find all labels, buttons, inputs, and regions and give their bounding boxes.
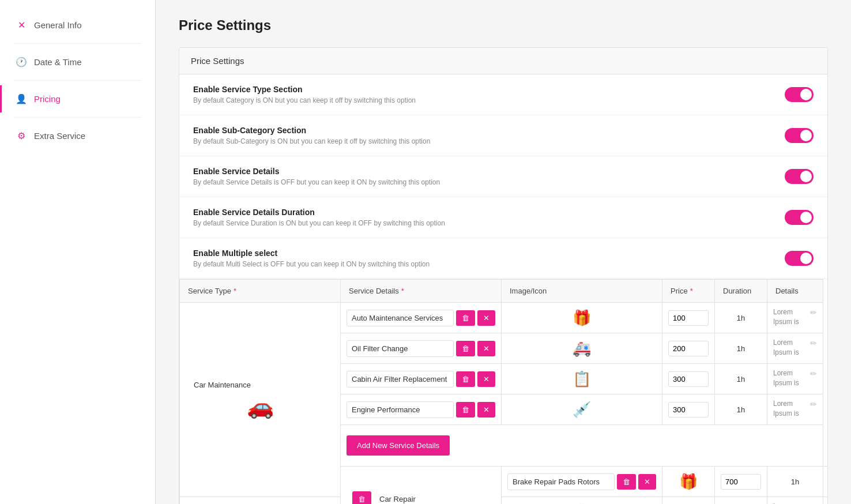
service-detail-oil-filter: 🗑 ✕	[341, 333, 502, 364]
cancel-brake-repair[interactable]: ✕	[638, 474, 656, 490]
edit-icon-air-conditioning[interactable]: ✏	[810, 502, 817, 504]
service-table-section: Service Type* Service Details* Image/Ico…	[179, 279, 827, 504]
toggle-row-service-details: Enable Service Details By default Servic…	[179, 156, 827, 197]
toggle-duration-desc: By default Service Duration is ON but yo…	[193, 219, 445, 227]
add-service-car-maintenance[interactable]: Add New Service Details	[347, 435, 450, 456]
icon-auto-maintenance: 🎁	[502, 303, 662, 333]
delete-engine-performance[interactable]: 🗑	[456, 402, 475, 418]
price-input-cabin-air[interactable]	[668, 371, 709, 387]
price-brake-repair	[715, 467, 767, 497]
toggle-sub-category-switch[interactable]	[785, 128, 814, 143]
toggle-service-details-label: Enable Service Details	[193, 167, 440, 176]
toggle-row-sub-category: Enable Sub-Category Section By default S…	[179, 115, 827, 156]
price-input-engine-performance[interactable]	[668, 402, 709, 418]
service-type-name: Car Maintenance	[194, 381, 326, 389]
col-service-type: Service Type*	[180, 280, 341, 303]
toggle-sub-category-desc: By default Sub-Category is ON but you ca…	[193, 137, 430, 145]
card-header: Price Settings	[179, 48, 827, 74]
delete-cabin-air[interactable]: 🗑	[456, 371, 475, 387]
edit-icon-engine-performance[interactable]: ✏	[810, 399, 817, 411]
service-detail-air-conditioning: 🗑 ✕	[180, 497, 341, 505]
table-row: Car Maintenance 🚗 🗑 ✕ 🎁	[180, 303, 829, 333]
delete-car-repair-group[interactable]: 🗑	[352, 491, 371, 505]
delete-oil-filter[interactable]: 🗑	[456, 341, 475, 356]
price-settings-card: Price Settings Enable Service Type Secti…	[179, 47, 828, 504]
cancel-cabin-air[interactable]: ✕	[477, 371, 495, 387]
sidebar-item-extra-service[interactable]: ⚙ Extra Service	[0, 122, 155, 149]
details-auto-maintenance: Lorem Ipsum is simply dummy text of the …	[767, 303, 823, 333]
toggle-duration-switch[interactable]	[785, 210, 814, 225]
edit-icon-cabin-air[interactable]: ✏	[810, 368, 817, 380]
edit-icon-oil-filter[interactable]: ✏	[810, 338, 817, 349]
price-input-oil-filter[interactable]	[668, 341, 709, 356]
detail-input-engine-performance[interactable]	[347, 401, 454, 418]
toggle-service-details-desc: By default Service Details is OFF but yo…	[193, 178, 440, 186]
icon-cabin-air: 📋	[502, 364, 662, 394]
price-input-brake-repair[interactable]	[721, 474, 761, 490]
toggle-service-details-switch[interactable]	[785, 169, 814, 184]
duration-air-conditioning: 1h	[715, 497, 767, 505]
service-detail-cabin-air: 🗑 ✕	[341, 364, 502, 394]
details-engine-performance: Lorem Ipsum is simply dummy text of the …	[767, 394, 823, 425]
col-details: Details	[767, 280, 823, 303]
cancel-engine-performance[interactable]: ✕	[477, 402, 495, 418]
sidebar-label-general-info: General Info	[34, 20, 82, 30]
service-type-car-maintenance: Car Maintenance 🚗	[180, 303, 341, 497]
price-engine-performance	[662, 394, 715, 425]
toggle-multiple-label: Enable Multiple select	[193, 249, 430, 258]
duration-cabin-air: 1h	[715, 364, 767, 394]
icon-air-conditioning: 👤	[502, 497, 662, 505]
service-detail-engine-performance: 🗑 ✕	[341, 394, 502, 425]
detail-input-cabin-air[interactable]	[347, 371, 454, 388]
details-oil-filter: Lorem Ipsum is simply dummy text of the …	[767, 333, 823, 364]
toggle-service-type-desc: By default Category is ON but you can ke…	[193, 96, 416, 104]
details-brake-repair: Lorem Ipsum is simply dummy text of the …	[823, 467, 828, 497]
details-air-conditioning: Lorem Ipsum is simply dummy text of the …	[767, 497, 823, 505]
extra-service-icon: ⚙	[16, 130, 27, 141]
toggle-multiple-switch[interactable]	[785, 251, 814, 266]
price-oil-filter	[662, 333, 715, 364]
service-detail-brake-repair: 🗑 ✕	[502, 467, 662, 497]
sidebar-label-extra-service: Extra Service	[34, 131, 85, 141]
toggle-service-type-switch[interactable]	[785, 87, 814, 102]
price-cabin-air	[662, 364, 715, 394]
toggle-sub-category-label: Enable Sub-Category Section	[193, 126, 430, 135]
sidebar-label-pricing: Pricing	[34, 94, 61, 104]
toggle-multiple-desc: By default Multi Select is OFF but you c…	[193, 260, 430, 268]
delete-brake-repair[interactable]: 🗑	[617, 474, 636, 490]
table-row: 🗑 ✕ 👤 1h Lorem Ipsum is simply dummy tex…	[180, 497, 829, 505]
sidebar-item-general-info[interactable]: ✕ General Info	[0, 12, 155, 39]
service-type-car-repair: 🗑 Car Repair 🏃	[341, 467, 502, 505]
detail-input-brake-repair[interactable]	[507, 473, 615, 490]
duration-engine-performance: 1h	[715, 394, 767, 425]
cancel-oil-filter[interactable]: ✕	[477, 341, 495, 356]
toggle-service-type-label: Enable Service Type Section	[193, 85, 416, 94]
general-info-icon: ✕	[16, 20, 27, 31]
service-table: Service Type* Service Details* Image/Ico…	[179, 279, 828, 504]
service-detail-auto-maintenance: 🗑 ✕	[341, 303, 502, 333]
price-input-auto-maintenance[interactable]	[668, 310, 709, 326]
col-image-icon: Image/Icon	[502, 280, 662, 303]
delete-auto-maintenance[interactable]: 🗑	[456, 310, 475, 326]
toggle-row-service-type: Enable Service Type Section By default C…	[179, 74, 827, 115]
icon-brake-repair: 🎁	[662, 467, 715, 497]
sidebar: ✕ General Info 🕐 Date & Time 👤 Pricing ⚙…	[0, 0, 156, 504]
col-duration: Duration	[715, 280, 767, 303]
detail-input-oil-filter[interactable]	[347, 340, 454, 357]
price-air-conditioning	[662, 497, 715, 505]
sidebar-item-date-time[interactable]: 🕐 Date & Time	[0, 48, 155, 76]
edit-icon-auto-maintenance[interactable]: ✏	[810, 307, 817, 319]
details-cabin-air: Lorem Ipsum is simply dummy text of the …	[767, 364, 823, 394]
price-auto-maintenance	[662, 303, 715, 333]
duration-brake-repair: 1h	[767, 467, 823, 497]
car-icon: 🚗	[194, 394, 326, 419]
toggle-duration-label: Enable Service Details Duration	[193, 208, 445, 217]
date-time-icon: 🕐	[16, 57, 27, 67]
duration-auto-maintenance: 1h	[715, 303, 767, 333]
sidebar-item-pricing[interactable]: 👤 Pricing	[0, 85, 155, 112]
detail-input-auto-maintenance[interactable]	[347, 310, 454, 326]
icon-engine-performance: 💉	[502, 394, 662, 425]
icon-oil-filter: 🚑	[502, 333, 662, 364]
sidebar-label-date-time: Date & Time	[34, 57, 82, 67]
cancel-auto-maintenance[interactable]: ✕	[477, 310, 495, 326]
